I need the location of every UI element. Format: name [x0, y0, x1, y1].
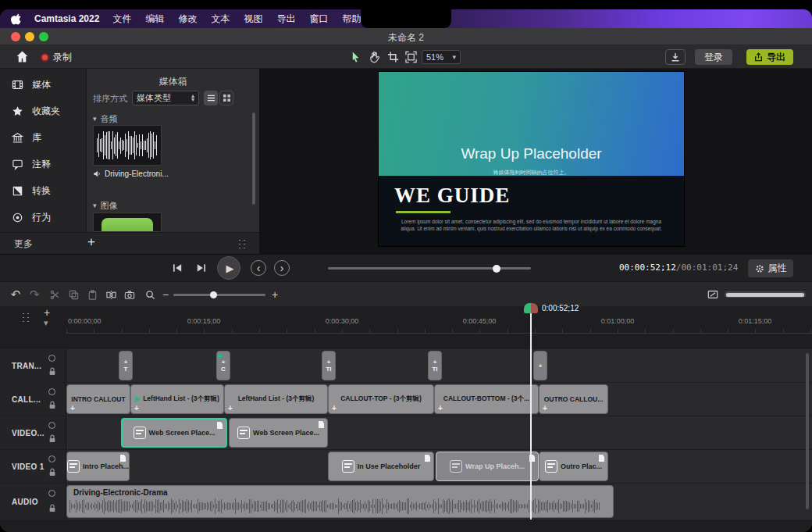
track-header[interactable]: VIDEO 1	[0, 450, 66, 483]
canvas-zoom-select[interactable]: 51% ▾	[422, 50, 461, 64]
login-button[interactable]: 登录	[695, 49, 732, 65]
menu-file[interactable]: 文件	[105, 9, 138, 28]
menu-modify[interactable]: 修改	[171, 9, 204, 28]
menu-window[interactable]: 窗口	[302, 9, 335, 28]
dock-grid-icon[interactable]	[237, 237, 247, 249]
track-header[interactable]: VIDEO...	[0, 416, 66, 449]
video-clip[interactable]: Outro Plac...	[539, 452, 608, 481]
timeline-v-scrollbar[interactable]	[806, 353, 809, 509]
sort-select[interactable]: 媒体类型 ▴▾	[132, 91, 199, 105]
transition-placeholder-clip[interactable]: +T	[119, 351, 133, 380]
properties-button[interactable]: 属性	[748, 259, 793, 277]
media-item-audio[interactable]: Driving-Electroni...	[93, 170, 169, 178]
track-toggle-icon[interactable]	[48, 455, 55, 462]
tool-hand-button[interactable]	[369, 51, 380, 63]
tool-cursor-button[interactable]	[350, 51, 361, 63]
screen-clip[interactable]: Web Screen Place...	[229, 418, 328, 448]
lock-icon[interactable]	[48, 401, 56, 409]
group-image[interactable]: ▾ 图像	[93, 200, 118, 212]
view-grid-button[interactable]	[219, 91, 233, 105]
playhead-in-handle[interactable]	[524, 303, 531, 313]
sidebar-item-annotations[interactable]: 注释	[0, 152, 86, 177]
track-toggle-icon[interactable]	[48, 422, 55, 429]
callout-clip[interactable]: CALLOUT-BOTTOM - (3个... +	[434, 384, 539, 414]
record-button[interactable]: 录制	[41, 51, 72, 64]
playhead-line[interactable]	[530, 312, 532, 520]
sidebar-item-behaviors[interactable]: 行为	[0, 205, 86, 230]
add-button[interactable]: +	[134, 404, 139, 412]
video-clip-dimmed[interactable]: Wrap Up Placeh...	[436, 452, 539, 481]
transition-placeholder-clip[interactable]: +	[533, 351, 547, 380]
track-header[interactable]: TRAN...	[0, 349, 66, 382]
lock-icon[interactable]	[48, 468, 56, 477]
redo-button[interactable]: ↷	[28, 288, 41, 301]
home-button[interactable]	[16, 50, 29, 63]
step-back-button[interactable]	[172, 262, 183, 273]
apple-menu-icon[interactable]	[11, 12, 22, 25]
menu-edit[interactable]: 编辑	[138, 9, 171, 28]
group-audio[interactable]: ▾ 音频	[93, 113, 118, 125]
add-track-button[interactable]: +	[44, 306, 50, 319]
transition-placeholder-clip[interactable]: +TI	[322, 351, 336, 380]
tool-crop-button[interactable]	[387, 51, 399, 63]
timeline-zoom-out-button[interactable]: −	[159, 288, 172, 301]
video-clip[interactable]: In Use Placeholder	[328, 452, 434, 481]
timeline-zoom-in-button[interactable]: +	[269, 288, 281, 301]
callout-clip[interactable]: OUTRO CALLOU... +	[539, 384, 608, 414]
view-list-button[interactable]	[204, 91, 218, 105]
export-button[interactable]: 导出	[746, 49, 793, 65]
lock-icon[interactable]	[48, 367, 56, 376]
timeline-h-scrollbar[interactable]	[725, 291, 806, 298]
video-clip[interactable]: Intro Placeh...	[66, 452, 130, 481]
paste-button[interactable]	[86, 288, 98, 301]
add-button[interactable]: +	[543, 404, 547, 412]
media-scrollbar[interactable]	[252, 112, 255, 205]
zoom-slider-knob[interactable]	[210, 291, 217, 298]
sidebar-item-library[interactable]: 库	[0, 125, 86, 150]
add-button[interactable]: +	[70, 404, 75, 412]
sidebar-item-favorites[interactable]: 收藏夹	[0, 98, 86, 123]
callout-clip[interactable]: LeftHand List - (3个剪辑) +	[130, 384, 224, 414]
transition-placeholder-clip[interactable]: +TI	[428, 351, 442, 380]
jump-forward-button[interactable]: ›	[274, 260, 290, 276]
sidebar-item-media[interactable]: 媒体	[0, 72, 86, 97]
lock-icon[interactable]	[48, 504, 56, 512]
screen-clip-selected[interactable]: Web Screen Place...	[121, 418, 227, 448]
menu-view[interactable]: 视图	[237, 9, 269, 28]
audio-thumbnail[interactable]	[93, 125, 162, 166]
lock-icon[interactable]	[48, 434, 56, 443]
add-button[interactable]: +	[228, 404, 233, 412]
video-preview[interactable]: Wrap Up Placeholder 将媒体拖到时间轴的占位符上。 WE GU…	[379, 72, 684, 246]
track-header[interactable]: AUDIO	[0, 484, 66, 520]
scrubber-knob[interactable]	[493, 265, 500, 273]
menu-text[interactable]: 文本	[204, 9, 237, 28]
collapse-tracks-button[interactable]: ▾	[44, 318, 48, 328]
h-scrollbar-thumb[interactable]	[726, 293, 804, 297]
callout-clip[interactable]: LeftHand List - (3个剪辑) +	[224, 384, 328, 414]
more-button[interactable]: 更多	[14, 237, 33, 251]
add-media-button[interactable]: +	[87, 234, 95, 250]
scrubber-track[interactable]	[328, 267, 531, 270]
app-name[interactable]: Camtasia 2022	[28, 9, 105, 28]
undo-button[interactable]: ↶	[9, 288, 22, 301]
menu-export[interactable]: 导出	[269, 9, 302, 28]
drag-handle-icon[interactable]	[20, 311, 30, 323]
step-forward-button[interactable]	[195, 262, 207, 273]
track-toggle-icon[interactable]	[48, 490, 55, 497]
track-lane[interactable]: Driving-Electronic-Drama	[66, 484, 812, 520]
screenshot-button[interactable]	[123, 288, 136, 301]
play-button[interactable]: ▶	[217, 256, 240, 280]
track-header[interactable]: CALL...	[0, 383, 66, 416]
playhead-out-handle[interactable]	[531, 303, 538, 313]
track-lane[interactable]: +T +C +TI +TI +	[66, 349, 812, 382]
cut-button[interactable]	[48, 288, 61, 301]
track-lane[interactable]: Web Screen Place... Web Screen Place...	[66, 416, 812, 449]
fit-timeline-button[interactable]	[707, 288, 719, 301]
timeline-zoom-slider[interactable]	[173, 294, 265, 296]
download-button[interactable]	[665, 49, 686, 65]
track-toggle-icon[interactable]	[48, 355, 55, 362]
track-toggle-icon[interactable]	[48, 388, 55, 395]
transition-placeholder-clip[interactable]: +C	[216, 351, 230, 380]
image-thumbnail[interactable]	[93, 212, 162, 232]
playhead-handle[interactable]	[524, 303, 538, 313]
